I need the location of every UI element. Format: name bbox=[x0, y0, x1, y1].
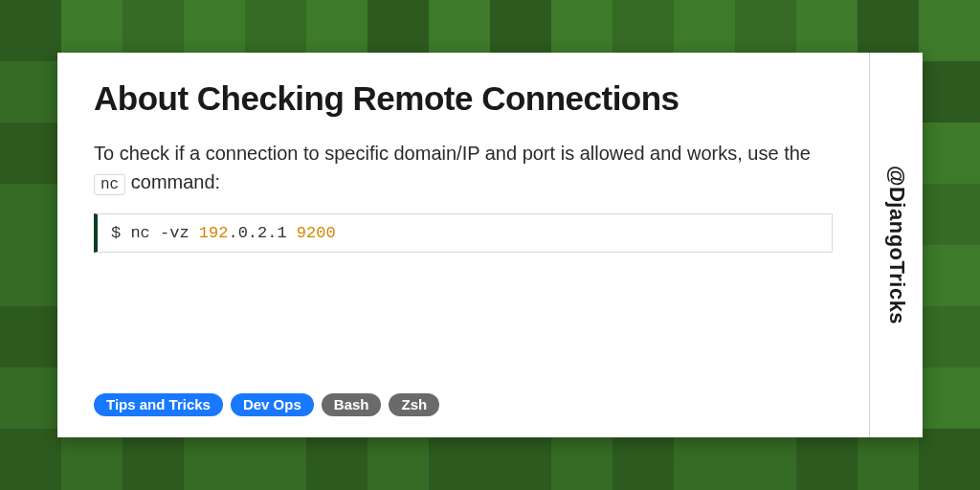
code-prompt: $ bbox=[111, 224, 130, 242]
code-port: 9200 bbox=[297, 224, 336, 242]
code-ip-rest: .0.2.1 bbox=[228, 224, 296, 242]
inline-code-nc: nc bbox=[94, 174, 125, 195]
code-ip-first: 192 bbox=[199, 224, 229, 242]
tag-row: Tips and TricksDev OpsBashZsh bbox=[94, 393, 439, 416]
tag-bash[interactable]: Bash bbox=[322, 393, 382, 416]
content-card: About Checking Remote Connections To che… bbox=[57, 53, 923, 437]
tag-tips-and-tricks[interactable]: Tips and Tricks bbox=[94, 393, 223, 416]
page-title: About Checking Remote Connections bbox=[94, 79, 833, 118]
desc-post: command: bbox=[125, 171, 220, 192]
main-content: About Checking Remote Connections To che… bbox=[57, 53, 869, 437]
code-cmd: nc -vz bbox=[130, 224, 198, 242]
handle-text: @DjangoTricks bbox=[884, 166, 909, 324]
desc-pre: To check if a connection to specific dom… bbox=[94, 143, 811, 164]
code-block: $ nc -vz 192.0.2.1 9200 bbox=[94, 213, 833, 253]
tag-zsh[interactable]: Zsh bbox=[389, 393, 439, 416]
tag-dev-ops[interactable]: Dev Ops bbox=[231, 393, 314, 416]
side-handle-bar: @DjangoTricks bbox=[869, 53, 923, 437]
description-text: To check if a connection to specific dom… bbox=[94, 139, 833, 196]
